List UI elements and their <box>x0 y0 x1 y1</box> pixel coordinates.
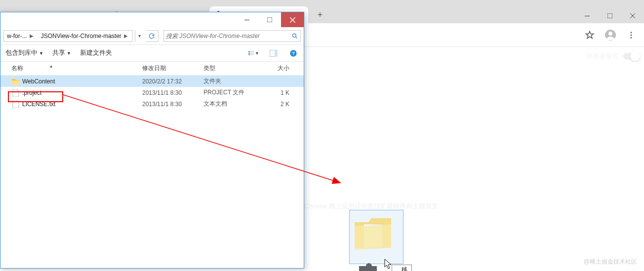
search-icon[interactable] <box>291 33 298 39</box>
window-controls <box>576 8 644 23</box>
col-type[interactable]: 类型 <box>203 64 265 73</box>
close-button[interactable] <box>281 12 304 27</box>
file-date: 2013/11/1 8:30 <box>142 101 203 108</box>
svg-point-5 <box>631 32 632 33</box>
maximize-button[interactable] <box>258 12 281 27</box>
dev-mode-toggle[interactable]: 开发者模式 <box>586 52 639 61</box>
file-list: WebContent2020/2/2 17:32文件夹.project2013/… <box>0 76 304 110</box>
minimize-button[interactable] <box>576 8 599 23</box>
svg-point-6 <box>631 34 632 36</box>
file-name: .project <box>22 89 41 96</box>
star-icon[interactable] <box>581 26 599 44</box>
file-name: WebContent <box>22 78 55 85</box>
svg-rect-8 <box>244 20 249 20</box>
drop-zone[interactable]: 移动 拖放以安装 <box>337 210 416 271</box>
help-icon[interactable]: ? <box>288 48 299 59</box>
chevron-down-icon: ▼ <box>39 51 43 56</box>
table-row[interactable]: WebContent2020/2/2 17:32文件夹 <box>0 76 304 87</box>
explorer-toolbar: 包含到库中 ▼ 共享 ▼ 新建文件夹 ▼ ? <box>0 45 304 62</box>
drag-folder-preview: 移动 <box>349 210 403 264</box>
refresh-button[interactable] <box>146 30 159 42</box>
col-size[interactable]: 大小 <box>265 64 294 73</box>
table-row[interactable]: LICENSE.txt2013/11/1 8:30文本文档2 K <box>0 98 304 110</box>
svg-rect-16 <box>251 54 254 55</box>
dev-mode-label: 开发者模式 <box>586 52 618 61</box>
address-dropdown[interactable]: ▾ <box>135 30 144 42</box>
address-bar: w-for-...▶ JSONView-for-Chrome-master▶ ▾ <box>0 27 304 45</box>
svg-rect-9 <box>267 17 272 22</box>
explorer-window: w-for-...▶ JSONView-for-Chrome-master▶ ▾… <box>0 12 304 269</box>
toggle-switch[interactable] <box>623 53 639 60</box>
svg-rect-2 <box>607 13 612 18</box>
file-size: 1 K <box>265 89 294 96</box>
maximize-button[interactable] <box>599 8 621 23</box>
chevron-down-icon: ▼ <box>67 51 71 56</box>
file-type: 文件夹 <box>203 77 265 85</box>
file-icon <box>11 88 20 97</box>
chevron-right-icon: ▶ <box>122 33 129 39</box>
preview-pane-icon[interactable] <box>268 48 279 59</box>
svg-rect-14 <box>251 51 254 52</box>
col-name[interactable]: 名称▴ <box>11 64 142 73</box>
move-label: 移动 <box>401 266 408 271</box>
svg-point-10 <box>292 34 296 37</box>
view-options-icon[interactable]: ▼ <box>248 48 259 59</box>
svg-rect-1 <box>585 16 590 16</box>
svg-rect-11 <box>248 51 250 52</box>
crumb-segment[interactable]: JSONView-for-Chrome-master▶ <box>38 31 132 41</box>
close-button[interactable] <box>621 8 644 23</box>
file-name: LICENSE.txt <box>22 101 55 108</box>
menu-icon[interactable] <box>622 26 640 44</box>
file-date: 2013/11/1 8:30 <box>142 89 203 96</box>
breadcrumb[interactable]: w-for-...▶ JSONView-for-Chrome-master▶ <box>3 30 133 42</box>
file-icon <box>11 100 20 109</box>
folder-icon <box>11 77 20 86</box>
file-date: 2020/2/2 17:32 <box>142 78 203 85</box>
file-type: PROJECT 文件 <box>203 88 265 97</box>
svg-rect-12 <box>248 52 250 53</box>
share-menu[interactable]: 共享 ▼ <box>52 49 71 57</box>
watermark: @稀土掘金技术社区 <box>584 258 637 266</box>
explorer-titlebar[interactable] <box>0 12 304 27</box>
svg-text:?: ? <box>292 51 295 56</box>
extension-puzzle-icon <box>356 263 382 271</box>
col-date[interactable]: 修改日期 <box>142 64 203 73</box>
table-row[interactable]: .project2013/11/1 8:30PROJECT 文件1 K <box>0 87 304 98</box>
svg-rect-15 <box>251 53 254 53</box>
svg-point-7 <box>631 37 632 38</box>
search-box[interactable] <box>163 30 301 42</box>
svg-point-4 <box>608 32 612 36</box>
file-type: 文本文档 <box>203 100 265 108</box>
new-folder-button[interactable]: 新建文件夹 <box>80 49 112 57</box>
svg-rect-18 <box>275 50 278 57</box>
crumb-segment[interactable]: w-for-...▶ <box>4 31 38 41</box>
new-tab-button[interactable]: + <box>313 8 327 22</box>
chevron-right-icon: ▶ <box>28 33 35 39</box>
column-headers[interactable]: 名称▴ 修改日期 类型 大小 <box>0 62 304 76</box>
svg-rect-13 <box>248 54 250 55</box>
include-in-library[interactable]: 包含到库中 ▼ <box>5 49 43 57</box>
file-size: 2 K <box>265 101 294 108</box>
profile-icon[interactable] <box>602 26 619 44</box>
sort-asc-icon: ▴ <box>50 63 52 69</box>
move-badge: 移动 <box>392 265 412 271</box>
minimize-button[interactable] <box>236 12 258 27</box>
search-input[interactable] <box>166 31 291 41</box>
